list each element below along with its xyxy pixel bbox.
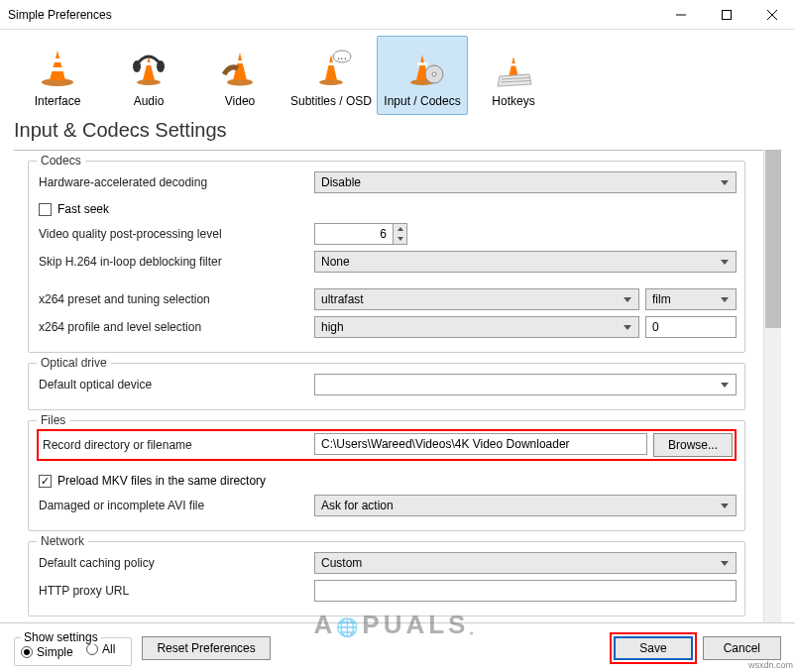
- x264-profile-combo[interactable]: high: [314, 316, 639, 338]
- tab-label: Input / Codecs: [384, 94, 460, 108]
- svg-rect-6: [51, 67, 65, 71]
- category-tabs: Interface Audio Video ... Subtitles / OS…: [0, 30, 795, 119]
- avi-label: Damaged or incomplete AVI file: [37, 499, 314, 512]
- quality-label: Video quality post-processing level: [37, 227, 314, 241]
- tab-label: Audio: [134, 94, 165, 108]
- record-dir-input[interactable]: C:\Users\Wareed\Videos\4K Video Download…: [314, 433, 647, 455]
- tab-hotkeys[interactable]: Hotkeys: [468, 36, 559, 115]
- radio-simple[interactable]: Simple: [21, 645, 73, 659]
- titlebar: Simple Preferences: [0, 0, 795, 30]
- files-group: Files Record directory or filename C:\Us…: [28, 420, 745, 531]
- scrollbar-thumb[interactable]: [765, 150, 781, 328]
- tab-label: Hotkeys: [492, 94, 534, 108]
- spin-down-icon[interactable]: [394, 234, 406, 244]
- x264-tuning-combo[interactable]: film: [645, 288, 737, 310]
- skip-label: Skip H.264 in-loop deblocking filter: [37, 255, 314, 269]
- cone-icon: [34, 43, 81, 90]
- optical-default-combo[interactable]: [314, 374, 737, 395]
- speech-cone-icon: ...: [307, 43, 355, 90]
- svg-rect-1: [723, 10, 732, 19]
- hw-decoding-label: Hardware-accelerated decoding: [37, 175, 314, 189]
- svg-rect-8: [144, 62, 154, 65]
- record-dir-label: Record directory or filename: [41, 438, 314, 452]
- close-button[interactable]: [749, 0, 795, 30]
- radio-all[interactable]: All: [86, 642, 115, 656]
- group-legend: Files: [37, 413, 69, 427]
- reset-preferences-button[interactable]: Reset Preferences: [142, 636, 270, 660]
- maximize-button[interactable]: [704, 0, 749, 30]
- svg-point-20: [432, 72, 436, 76]
- minimize-button[interactable]: [658, 0, 704, 30]
- svg-rect-14: [326, 62, 336, 65]
- optical-group: Optical drive Default optical device: [28, 363, 745, 410]
- fastseek-label: Fast seek: [57, 202, 109, 216]
- svg-rect-5: [52, 58, 63, 62]
- caching-label: Default caching policy: [37, 556, 314, 570]
- tab-label: Subtitles / OSD: [290, 94, 372, 108]
- spin-up-icon[interactable]: [394, 224, 406, 234]
- x264-preset-label: x264 preset and tuning selection: [37, 292, 314, 306]
- tab-video[interactable]: Video: [194, 36, 285, 115]
- keyboard-cone-icon: [490, 43, 537, 90]
- scrollbar[interactable]: [763, 150, 781, 623]
- proxy-label: HTTP proxy URL: [37, 584, 314, 598]
- save-button[interactable]: Save: [614, 636, 692, 660]
- svg-point-10: [157, 60, 165, 72]
- corner-text: wsxdn.com: [748, 660, 793, 670]
- proxy-input[interactable]: [314, 580, 737, 602]
- network-group: Network Default caching policy Custom HT…: [28, 541, 745, 616]
- window-title: Simple Preferences: [8, 8, 658, 22]
- tab-audio[interactable]: Audio: [103, 36, 194, 115]
- x264-profile-label: x264 profile and level selection: [37, 320, 314, 334]
- x264-level-input[interactable]: 0: [645, 316, 737, 338]
- show-settings-group: Show settings Simple All: [14, 637, 132, 666]
- preload-mkv-label: Preload MKV files in the same directory: [57, 474, 266, 488]
- settings-content: Codecs Hardware-accelerated decoding Dis…: [14, 150, 781, 623]
- svg-point-9: [133, 60, 141, 72]
- svg-rect-18: [417, 62, 427, 65]
- tab-label: Video: [225, 94, 255, 108]
- tab-interface[interactable]: Interface: [12, 36, 103, 115]
- hw-decoding-combo[interactable]: Disable: [314, 171, 737, 193]
- avi-combo[interactable]: Ask for action: [314, 495, 737, 516]
- group-legend: Optical drive: [37, 356, 111, 370]
- caching-combo[interactable]: Custom: [314, 552, 737, 574]
- browse-button[interactable]: Browse...: [653, 433, 733, 457]
- quality-spinner[interactable]: 6: [314, 223, 407, 245]
- radio-dot-icon: [21, 646, 33, 658]
- group-legend: Network: [37, 534, 88, 548]
- preload-mkv-checkbox[interactable]: [39, 475, 52, 488]
- cancel-button[interactable]: Cancel: [703, 636, 781, 660]
- tab-input-codecs[interactable]: Input / Codecs: [377, 36, 468, 115]
- svg-rect-12: [235, 60, 246, 63]
- x264-preset-combo[interactable]: ultrafast: [314, 288, 639, 310]
- tab-label: Interface: [35, 94, 81, 108]
- page-title: Input & Codecs Settings: [0, 119, 795, 150]
- headphones-cone-icon: [125, 43, 172, 90]
- film-cone-icon: [216, 43, 264, 90]
- fastseek-checkbox[interactable]: [39, 203, 52, 216]
- group-legend: Codecs: [37, 154, 85, 168]
- svg-text:...: ...: [337, 49, 347, 62]
- radio-dot-icon: [86, 643, 98, 655]
- optical-default-label: Default optical device: [37, 378, 314, 392]
- skip-combo[interactable]: None: [314, 251, 737, 273]
- codecs-group: Codecs Hardware-accelerated decoding Dis…: [28, 161, 745, 353]
- bottom-bar: Show settings Simple All Reset Preferenc…: [0, 622, 795, 672]
- show-settings-legend: Show settings: [21, 630, 101, 644]
- disc-cone-icon: [398, 43, 446, 90]
- tab-subtitles[interactable]: ... Subtitles / OSD: [285, 36, 377, 115]
- svg-rect-22: [510, 63, 517, 66]
